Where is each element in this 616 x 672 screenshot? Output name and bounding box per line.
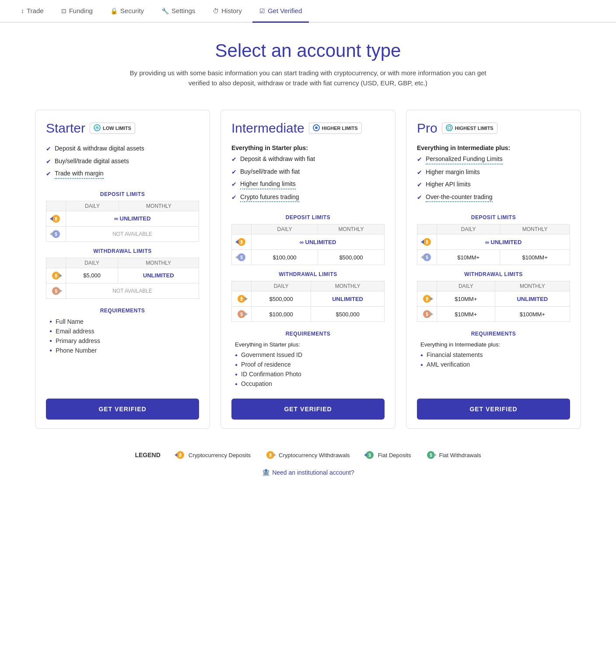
nav-settings[interactable]: 🔧 Settings	[154, 0, 202, 23]
bullet-icon: ●	[235, 353, 238, 357]
limits-title: WITHDRAWAL LIMITS	[231, 271, 385, 277]
limits-section: WITHDRAWAL LIMITS DAILY MONTHLY ₿ $10MM+	[417, 271, 570, 322]
bullet-icon: ●	[49, 338, 52, 343]
badge-label: LOW LIMITS	[103, 126, 131, 131]
card-starter: Starter LOW LIMITS ✔Deposit & withdraw d…	[35, 110, 210, 429]
feature-item: ✔Deposit & withdraw digital assets	[46, 144, 199, 154]
svg-marker-18	[235, 240, 238, 244]
badge-icon	[446, 124, 453, 132]
bullet-icon: ●	[49, 329, 52, 333]
trade-icon: ↕	[21, 7, 24, 14]
feature-item: ✔Higher funding limits	[231, 180, 385, 189]
svg-marker-10	[59, 273, 62, 278]
svg-marker-4	[50, 217, 53, 221]
monthly-limit: $500,000	[311, 307, 385, 322]
get-verified-button[interactable]: GET VERIFIED	[417, 399, 570, 420]
legend-fiat-withdrawals: $ Fiat Withdrawals	[425, 451, 481, 459]
svg-text:$: $	[368, 453, 371, 458]
crypto-withdrawal-legend-icon: ₿	[265, 451, 276, 459]
card-header: Starter LOW LIMITS	[46, 121, 199, 136]
limits-title: DEPOSIT LIMITS	[417, 214, 570, 220]
get-verified-icon: ☑	[259, 7, 265, 14]
svg-marker-41	[430, 312, 433, 316]
requirement-item: ●Phone Number	[49, 347, 199, 354]
daily-limit: $10MM+	[437, 291, 495, 307]
nav-get-verified[interactable]: ☑ Get Verified	[252, 0, 309, 23]
nav-history[interactable]: ⏱ History	[206, 0, 249, 23]
requirement-item: ●Email address	[49, 328, 199, 335]
svg-marker-27	[245, 312, 248, 316]
nav-security[interactable]: 🔒 Security	[103, 0, 151, 23]
svg-marker-44	[175, 453, 177, 457]
account-badge: HIGHER LIMITS	[309, 122, 362, 134]
svg-text:₿: ₿	[240, 240, 243, 245]
get-verified-button[interactable]: GET VERIFIED	[46, 399, 199, 420]
check-icon: ✔	[231, 168, 237, 177]
card-title: Starter	[46, 121, 85, 136]
requirements-list: Everything in Intermediate plus:●Financi…	[417, 341, 570, 368]
svg-text:$: $	[426, 312, 428, 317]
features-list: Everything in Starter plus:✔Deposit & wi…	[231, 144, 385, 206]
requirements-title: REQUIREMENTS	[231, 331, 385, 337]
card-intermediate: Intermediate HIGHER LIMITS Everything in…	[220, 110, 396, 429]
svg-point-29	[448, 126, 451, 130]
institutional-link[interactable]: Need an institutional account?	[272, 469, 354, 476]
check-icon: ✔	[417, 168, 422, 177]
feature-item: ✔Trade with margin	[46, 169, 199, 179]
feature-item: ✔Crypto futures trading	[231, 193, 385, 203]
requirements-section: REQUIREMENTS Everything in Starter plus:…	[231, 331, 385, 390]
monthly-limit: UNLIMITED	[311, 291, 385, 307]
limits-section: WITHDRAWAL LIMITS DAILY MONTHLY ₿ $5,000	[46, 248, 199, 299]
daily-header: DAILY	[252, 281, 311, 291]
check-icon: ✔	[231, 180, 237, 189]
daily-limit: $100,000	[252, 307, 311, 322]
nav-trade[interactable]: ↕ Trade	[14, 0, 51, 23]
limits-title: DEPOSIT LIMITS	[231, 214, 385, 220]
card-header: Pro HIGHEST LIMITS	[417, 121, 570, 136]
not-available-cell: NOT AVAILABLE	[66, 226, 199, 242]
bullet-icon: ●	[420, 353, 423, 357]
card-pro: Pro HIGHEST LIMITS Everything in Interme…	[406, 110, 581, 429]
badge-icon	[94, 124, 101, 132]
svg-marker-50	[364, 453, 367, 457]
requirements-intro: Everything in Intermediate plus:	[420, 341, 570, 348]
unlimited-cell: ∞ UNLIMITED	[437, 234, 570, 250]
features-intro: Everything in Intermediate plus:	[417, 144, 570, 151]
requirement-item: ●Government Issued ID	[235, 351, 385, 358]
requirement-item: ●Occupation	[235, 380, 385, 387]
get-verified-button[interactable]: GET VERIFIED	[231, 399, 385, 420]
legend-crypto-deposits: ₿ Cryptocurrency Deposits	[175, 451, 251, 459]
funding-icon: ⊡	[61, 7, 66, 14]
monthly-header: MONTHLY	[318, 224, 385, 234]
bank-icon: 🏦	[262, 469, 270, 476]
security-icon: 🔒	[110, 7, 118, 14]
svg-marker-21	[235, 255, 238, 259]
limits-section: WITHDRAWAL LIMITS DAILY MONTHLY ₿ $500,0…	[231, 271, 385, 322]
nav-funding[interactable]: ⊡ Funding	[54, 0, 100, 23]
requirement-item: ●Full Name	[49, 318, 199, 325]
daily-header: DAILY	[437, 224, 500, 234]
feature-item: ✔Higher API limits	[417, 180, 570, 189]
svg-text:$: $	[55, 289, 57, 294]
history-icon: ⏱	[213, 7, 219, 14]
fiat-deposit-legend-icon: $	[364, 451, 375, 459]
requirements-list: ●Full Name●Email address●Primary address…	[46, 318, 199, 354]
account-badge: HIGHEST LIMITS	[442, 122, 497, 134]
limits-title: WITHDRAWAL LIMITS	[417, 271, 570, 277]
fiat-withdrawal-legend-icon: $	[425, 451, 437, 459]
card-header: Intermediate HIGHER LIMITS	[231, 121, 385, 136]
feature-item: ✔Buy/sell/trade digital assets	[46, 157, 199, 166]
monthly-header: MONTHLY	[311, 281, 385, 291]
monthly-limit: $100MM+	[495, 307, 570, 322]
requirements-section: REQUIREMENTS ●Full Name●Email address●Pr…	[46, 308, 199, 357]
monthly-limit: $500,000	[318, 250, 385, 265]
svg-marker-53	[434, 453, 437, 457]
daily-header: DAILY	[66, 258, 118, 268]
badge-label: HIGHEST LIMITS	[455, 126, 494, 131]
daily-limit: $10MM+	[437, 250, 500, 265]
monthly-limit: UNLIMITED	[495, 291, 570, 307]
legend-crypto-withdrawals: ₿ Cryptocurrency Withdrawals	[265, 451, 350, 459]
requirement-item: ●ID Confirmation Photo	[235, 371, 385, 378]
bullet-icon: ●	[49, 348, 52, 353]
features-intro: Everything in Starter plus:	[231, 144, 385, 151]
